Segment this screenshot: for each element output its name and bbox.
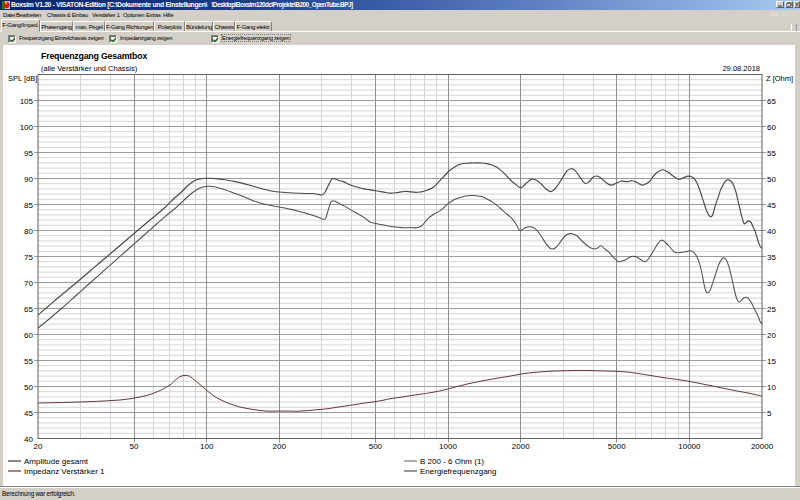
svg-text:105: 105: [20, 97, 34, 106]
svg-text:75: 75: [24, 253, 33, 262]
svg-text:65: 65: [24, 305, 33, 314]
svg-text:SPL [dB]: SPL [dB]: [8, 74, 37, 83]
svg-text:100: 100: [200, 442, 214, 451]
svg-text:30: 30: [767, 279, 776, 288]
svg-text:45: 45: [767, 201, 776, 210]
svg-text:40: 40: [24, 435, 33, 444]
svg-text:95: 95: [24, 149, 33, 158]
svg-text:70: 70: [24, 279, 33, 288]
svg-text:2000: 2000: [512, 442, 530, 451]
svg-text:85: 85: [24, 201, 33, 210]
svg-text:40: 40: [767, 227, 776, 236]
svg-text:65: 65: [767, 97, 776, 106]
svg-text:Frequenzgang Gesamtbox: Frequenzgang Gesamtbox: [41, 51, 147, 61]
svg-text:29.08.2018: 29.08.2018: [722, 64, 760, 73]
svg-text:50: 50: [767, 175, 776, 184]
svg-text:5000: 5000: [608, 442, 626, 451]
svg-text:20: 20: [34, 442, 43, 451]
svg-text:55: 55: [767, 149, 776, 158]
svg-text:50: 50: [24, 383, 33, 392]
svg-text:55: 55: [24, 357, 33, 366]
svg-text:45: 45: [24, 409, 33, 418]
svg-text:20: 20: [767, 331, 776, 340]
svg-text:10000: 10000: [678, 442, 701, 451]
svg-text:25: 25: [767, 305, 776, 314]
svg-text:80: 80: [24, 227, 33, 236]
svg-text:1000: 1000: [439, 442, 457, 451]
svg-text:60: 60: [767, 123, 776, 132]
svg-text:(alle Verstärker und Chassis): (alle Verstärker und Chassis): [41, 64, 138, 73]
svg-text:15: 15: [767, 357, 776, 366]
svg-text:100: 100: [20, 123, 34, 132]
svg-text:Impedanz Verstärker 1: Impedanz Verstärker 1: [24, 467, 105, 476]
svg-text:60: 60: [24, 331, 33, 340]
svg-text:10: 10: [767, 383, 776, 392]
svg-text:200: 200: [273, 442, 287, 451]
svg-text:Energiefrequenzgang: Energiefrequenzgang: [420, 467, 497, 476]
svg-text:35: 35: [767, 253, 776, 262]
svg-text:90: 90: [24, 175, 33, 184]
svg-text:50: 50: [130, 442, 139, 451]
svg-text:20000: 20000: [751, 442, 774, 451]
svg-text:B 200 - 6 Ohm (1): B 200 - 6 Ohm (1): [420, 457, 484, 466]
svg-text:Amplitude gesamt: Amplitude gesamt: [24, 457, 89, 466]
svg-text:5: 5: [767, 409, 772, 418]
svg-text:Z [Ohm]: Z [Ohm]: [766, 74, 793, 83]
svg-text:500: 500: [369, 442, 383, 451]
